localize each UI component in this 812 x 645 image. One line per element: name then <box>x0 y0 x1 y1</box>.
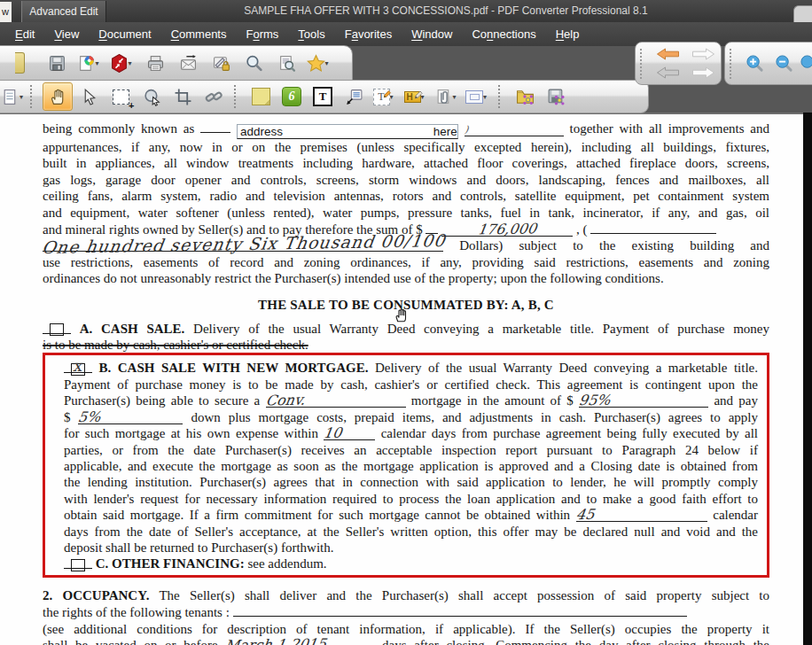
doc-line: appurtenances, if any, now in or on the … <box>43 139 769 155</box>
menu-tools[interactable]: Tools <box>288 22 334 46</box>
doc-left-button[interactable] <box>15 50 38 76</box>
menu-view[interactable]: View <box>44 22 89 46</box>
toolbar-separator <box>30 85 36 108</box>
print-button[interactable] <box>141 50 169 76</box>
doc-line: C. OTHER FINANCING: see addendum. <box>64 556 758 571</box>
handwritten-text: Conv. <box>265 394 306 407</box>
dropdown-arrow-icon: ▾ <box>129 59 136 67</box>
select-zoom-button[interactable] <box>137 83 166 110</box>
doc-line: ordinances do not unreasonably restrict … <box>43 270 769 286</box>
note-icon <box>252 88 270 105</box>
crop-icon <box>174 88 192 106</box>
handwritten-text: 95% <box>578 394 611 407</box>
blank-line: 95% <box>579 394 708 408</box>
sign-certify-button[interactable] <box>207 50 235 76</box>
doc-text: days from the date of Seller's acceptanc… <box>64 525 758 539</box>
prev-view-button[interactable] <box>653 59 682 86</box>
doc-line: (see additional conditions for descripti… <box>43 621 769 637</box>
toolbar-grip[interactable] <box>640 49 646 79</box>
callout-icon <box>345 88 363 106</box>
doc-text: see addendum. <box>247 556 326 571</box>
doc-line: built in appliances, all window treatmen… <box>43 155 769 171</box>
menu-connections[interactable]: Connections <box>462 22 545 46</box>
select-zoom-icon <box>143 88 161 106</box>
menu-comments[interactable]: Comments <box>161 22 237 46</box>
blank-line: 45 <box>576 509 707 522</box>
next-view-button[interactable] <box>689 59 717 86</box>
toolbar-grip[interactable] <box>730 49 736 79</box>
address-field[interactable]: address here <box>237 124 458 139</box>
doc-text: appurtenances, if any, now in or on the … <box>43 140 769 154</box>
create-pdf-button[interactable]: ▾ <box>75 50 104 76</box>
zoom-out-icon <box>775 54 793 73</box>
blank-line <box>200 120 230 133</box>
favorites-star-button[interactable]: ▾ <box>305 50 333 76</box>
canvas-edge <box>803 113 812 645</box>
document-page[interactable]: being commonly known as address here ) t… <box>0 113 803 645</box>
doc-text: (see additional conditions for descripti… <box>43 622 769 636</box>
zoom-in-icon <box>746 54 764 73</box>
search-icon <box>245 54 263 73</box>
search-button[interactable] <box>239 50 268 76</box>
cropped-tab[interactable]: w <box>0 2 12 22</box>
doc-text: parties, or from the date Purchaser(s) r… <box>64 443 758 457</box>
dragon-notes-button[interactable]: 6 <box>277 83 306 110</box>
doc-text: shall be vacated on or before <box>43 638 218 645</box>
select-button[interactable] <box>75 83 104 110</box>
edit-text-button[interactable]: T▾ <box>371 83 399 110</box>
search-index-button[interactable] <box>272 50 301 76</box>
next-view-icon <box>691 66 715 79</box>
doc-line: One hundred seventy Six Thousand 00/100 … <box>43 237 769 253</box>
typewriter-button[interactable]: T <box>308 83 337 110</box>
doc-text: deposit shall be returned to Purchaser(s… <box>64 540 334 555</box>
doc-text-bold: B. CASH SALE WITH NEW MORTGAGE. <box>99 361 369 375</box>
import-form-data-button[interactable] <box>511 83 539 110</box>
import-form-data-icon <box>516 88 535 106</box>
save-button[interactable] <box>43 50 71 76</box>
callout-button[interactable] <box>340 83 368 110</box>
annotation-rectangle[interactable]: x B. CASH SALE WITH NEW MORTGAGE. Delive… <box>43 353 769 577</box>
menu-help[interactable]: Help <box>546 22 589 46</box>
section-heading: THE SALE TO BE CONSUMMATED BY: A, B, C <box>43 298 769 313</box>
convert-pdf-icon <box>110 54 129 73</box>
crop-button[interactable] <box>168 83 197 110</box>
note-button[interactable] <box>246 83 275 110</box>
attach-button[interactable]: ▾ <box>433 83 461 110</box>
menu-forms[interactable]: Forms <box>236 22 288 46</box>
file-toolbar: ▾▾▾ <box>0 45 353 81</box>
doc-text: , ( <box>576 222 588 237</box>
doc-text: ordinances do not unreasonably restrict … <box>43 271 664 285</box>
menu-favorites[interactable]: Favorites <box>335 22 402 46</box>
link-button[interactable] <box>199 83 228 110</box>
highlight-button[interactable]: H▾ <box>402 83 430 110</box>
doc-text: built in appliances, all window treatmen… <box>43 156 769 170</box>
menu-edit[interactable]: Edit <box>5 22 44 46</box>
handwritten-text: 176,000 <box>477 222 537 235</box>
select-icon <box>81 88 99 106</box>
select-area-button[interactable]: + <box>106 83 135 110</box>
convert-pdf-button[interactable]: ▾ <box>108 50 137 76</box>
blank-line: One hundred seventy Six Thousand 00/100 <box>43 238 443 252</box>
edit-text-icon: T <box>373 89 390 105</box>
tab-advanced-edit[interactable]: Advanced Edit <box>21 1 106 22</box>
menu-window[interactable]: Window <box>402 22 462 46</box>
zoom-dynamic-button[interactable] <box>800 51 812 77</box>
doc-line: the lending institution. Purchaser(s) ag… <box>64 474 758 490</box>
handwritten-x: x <box>73 358 82 374</box>
shapes-button[interactable]: ▾ <box>464 83 492 110</box>
doc-text: days after closing. Commencing the day a… <box>382 638 769 645</box>
doc-text: Delivery of the usual Warranty Deed conv… <box>375 361 758 375</box>
email-button[interactable] <box>174 50 202 76</box>
zoom-in-button[interactable] <box>742 51 769 77</box>
blank-line <box>590 221 716 234</box>
export-form-data-button[interactable] <box>542 83 570 110</box>
menu-document[interactable]: Document <box>89 22 160 46</box>
hand-button[interactable] <box>43 82 73 111</box>
dropdown-arrow-icon: ▾ <box>325 59 332 67</box>
doc-text: and pay <box>714 393 758 408</box>
zoom-out-button[interactable] <box>770 51 797 77</box>
page-display-button[interactable]: ▾ <box>1 83 24 110</box>
prev-view-icon <box>656 66 680 79</box>
document-content: being commonly known as address here ) t… <box>0 114 803 645</box>
handwritten-text: 10 <box>323 427 342 439</box>
